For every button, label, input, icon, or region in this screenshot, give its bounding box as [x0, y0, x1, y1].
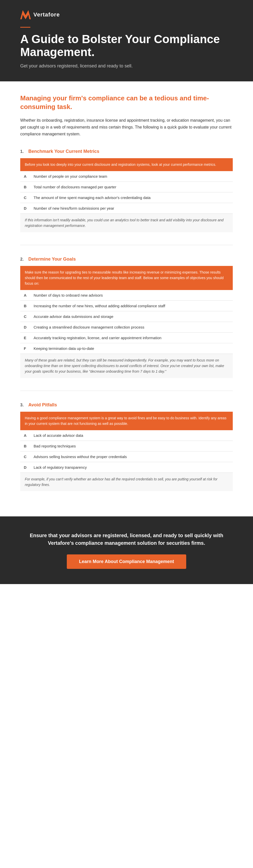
- list-text: Lack of accurate advisor data: [30, 430, 233, 441]
- list-item: C Accurate advisor data submissions and …: [20, 311, 233, 322]
- section-3-note: For example, if you can't verify whether…: [20, 473, 233, 491]
- list-item: D Number of new hires/form submissions p…: [20, 203, 233, 213]
- section-divider-2: [20, 391, 233, 391]
- list-letter: C: [20, 311, 30, 322]
- list-text: The amount of time spent managing each a…: [30, 192, 233, 203]
- list-letter: B: [20, 441, 30, 451]
- list-text: Number of new hires/form submissions per…: [30, 203, 233, 213]
- list-text: Creating a streamlined disclosure manage…: [30, 322, 233, 332]
- list-item: D Lack of regulatory transparency: [20, 462, 233, 472]
- section-1-number: 1.: [20, 149, 25, 154]
- section-divider-1: [20, 245, 233, 245]
- list-letter: F: [20, 343, 30, 354]
- section-1-heading: 1. Benchmark Your Current Metrics: [20, 149, 233, 154]
- footer-cta: Ensure that your advisors are registered…: [0, 517, 253, 584]
- list-item: C Advisors selling business without the …: [20, 451, 233, 462]
- list-letter: B: [20, 301, 30, 311]
- section-1-list: A Number of people on your compliance te…: [20, 171, 233, 214]
- list-text: Number of people on your compliance team: [30, 171, 233, 182]
- intro-title: Managing your firm's compliance can be a…: [20, 94, 233, 111]
- list-text: Increasing the number of new hires, with…: [30, 301, 233, 311]
- hero-section: Vertafore A Guide to Bolster Your Compli…: [0, 0, 253, 82]
- cta-button[interactable]: Learn More About Compliance Management: [67, 554, 186, 569]
- svg-marker-0: [20, 10, 31, 19]
- list-item: E Accurately tracking registration, lice…: [20, 332, 233, 343]
- list-letter: D: [20, 462, 30, 472]
- hero-subtitle: Get your advisors registered, licensed a…: [20, 63, 233, 69]
- list-item: B Bad reporting techniques: [20, 441, 233, 451]
- guide-section-2: 2. Determine Your Goals Make sure the re…: [20, 256, 233, 378]
- guide-section-1: 1. Benchmark Your Current Metrics Before…: [20, 149, 233, 232]
- logo-area: Vertafore: [20, 10, 233, 19]
- list-item: C The amount of time spent managing each…: [20, 192, 233, 203]
- list-text: Bad reporting techniques: [30, 441, 233, 451]
- list-item: A Number of people on your compliance te…: [20, 171, 233, 182]
- section-1-title: Benchmark Your Current Metrics: [28, 149, 99, 154]
- section-3-title: Avoid Pitfalls: [28, 402, 57, 408]
- section-2-orange-box: Make sure the reason for upgrading ties …: [20, 266, 233, 290]
- list-text: Keeping termination data up-to-date: [30, 343, 233, 354]
- list-item: B Total number of disclosures managed pe…: [20, 182, 233, 192]
- list-item: B Increasing the number of new hires, wi…: [20, 301, 233, 311]
- section-1-orange-box: Before you look too deeply into your cur…: [20, 158, 233, 171]
- section-3-number: 3.: [20, 403, 25, 407]
- list-letter: E: [20, 332, 30, 343]
- section-2-title: Determine Your Goals: [28, 256, 76, 262]
- list-letter: B: [20, 182, 30, 192]
- section-3-heading: 3. Avoid Pitfalls: [20, 402, 233, 408]
- list-text: Total number of disclosures managed per …: [30, 182, 233, 192]
- logo-text: Vertafore: [33, 11, 60, 18]
- list-text: Number of days to onboard new advisors: [30, 290, 233, 301]
- section-2-number: 2.: [20, 257, 25, 261]
- list-item: A Number of days to onboard new advisors: [20, 290, 233, 301]
- section-3-list: A Lack of accurate advisor data B Bad re…: [20, 430, 233, 473]
- guide-section-3: 3. Avoid Pitfalls Having a good complian…: [20, 402, 233, 491]
- hero-divider: [20, 27, 30, 28]
- list-item: A Lack of accurate advisor data: [20, 430, 233, 441]
- section-2-list: A Number of days to onboard new advisors…: [20, 290, 233, 354]
- list-text: Advisors selling business without the pr…: [30, 451, 233, 462]
- section-2-heading: 2. Determine Your Goals: [20, 256, 233, 262]
- main-content: Managing your firm's compliance can be a…: [0, 82, 253, 517]
- list-letter: D: [20, 203, 30, 213]
- list-letter: C: [20, 451, 30, 462]
- section-1-note: If this information isn't readily availa…: [20, 214, 233, 232]
- section-2-note: Many of these goals are related, but the…: [20, 354, 233, 378]
- list-letter: D: [20, 322, 30, 332]
- vertafore-logo-icon: [20, 10, 31, 19]
- list-text: Accurate advisor data submissions and st…: [30, 311, 233, 322]
- footer-cta-text: Ensure that your advisors are registered…: [20, 532, 233, 547]
- section-3-orange-box: Having a good compliance management syst…: [20, 412, 233, 430]
- list-item: F Keeping termination data up-to-date: [20, 343, 233, 354]
- list-letter: C: [20, 192, 30, 203]
- list-letter: A: [20, 430, 30, 441]
- list-letter: A: [20, 171, 30, 182]
- intro-body: Whether its onboarding, registration, in…: [20, 117, 233, 138]
- list-text: Accurately tracking registration, licens…: [30, 332, 233, 343]
- list-item: D Creating a streamlined disclosure mana…: [20, 322, 233, 332]
- hero-title: A Guide to Bolster Your Compliance Manag…: [20, 33, 233, 58]
- list-letter: A: [20, 290, 30, 301]
- list-text: Lack of regulatory transparency: [30, 462, 233, 472]
